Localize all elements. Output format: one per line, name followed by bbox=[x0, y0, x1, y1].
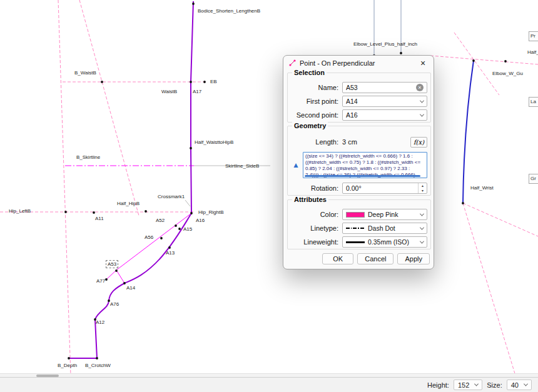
point-label-a15[interactable]: A15 bbox=[183, 226, 192, 232]
second-point-value: A16 bbox=[346, 111, 417, 119]
pattern-app-window: Bodice_Shorten_LengthenBB_WaistBWaistBA1… bbox=[0, 0, 538, 392]
dialog-titlebar[interactable]: Point - On Perpendicular × bbox=[283, 56, 434, 70]
size-label: Size: bbox=[487, 381, 502, 389]
dialog-button-row: OK Cancel Apply bbox=[283, 253, 430, 264]
chevron-down-icon bbox=[474, 382, 479, 386]
dock-tab-la[interactable]: La bbox=[529, 97, 538, 107]
attributes-group: Attributes Color: Deep Pink Linetype: Da… bbox=[287, 199, 431, 249]
point-label-b_depth[interactable]: B_Depth bbox=[58, 363, 77, 368]
point-label-a11[interactable]: A11 bbox=[95, 216, 104, 221]
point-label-elbow_level_plus_half_inch[interactable]: Elbow_Level_Plus_half_inch bbox=[353, 41, 417, 47]
point-label-a76[interactable]: A76 bbox=[110, 301, 119, 307]
point-label-elbow_w_gu[interactable]: Elbow_W_Gu bbox=[492, 71, 523, 76]
point-tool-icon bbox=[289, 59, 296, 66]
dock-tab-pr[interactable]: Pr bbox=[529, 31, 538, 41]
length-value: 3 cm bbox=[342, 138, 410, 146]
geometry-group-title: Geometry bbox=[292, 122, 328, 129]
canvas-label-layer: Bodice_Shorten_LengthenBB_WaistBWaistBA1… bbox=[0, 0, 538, 373]
rotation-label: Rotation: bbox=[291, 184, 342, 192]
selection-group-title: Selection bbox=[292, 69, 327, 76]
point-label-hip_rightb[interactable]: Hip_RightB bbox=[198, 209, 223, 215]
chevron-down-icon bbox=[420, 98, 424, 103]
point-label-b_skirtline[interactable]: B_Skirtline bbox=[76, 154, 100, 160]
point-label-skirtline_sideb[interactable]: Skirtline_SideB bbox=[225, 163, 259, 169]
point-label-a12[interactable]: A12 bbox=[96, 319, 104, 325]
first-point-label: First point: bbox=[291, 98, 342, 105]
point-label-a14[interactable]: A14 bbox=[126, 285, 135, 291]
point-label-half_i[interactable]: Half_I bbox=[527, 49, 538, 55]
expand-formula-icon[interactable]: ▲ bbox=[291, 160, 301, 170]
linetype-value: Dash Dot bbox=[368, 224, 417, 232]
formula-scrollbar[interactable] bbox=[305, 175, 420, 177]
dialog-title: Point - On Perpendicular bbox=[296, 59, 412, 67]
point-label-waistb[interactable]: WaistB bbox=[161, 89, 177, 94]
point-label-a52[interactable]: A52 bbox=[156, 218, 165, 223]
chevron-down-icon bbox=[420, 112, 424, 116]
spinner-buttons: ▴ ▾ bbox=[418, 183, 427, 193]
linetype-label: Linetype: bbox=[291, 224, 342, 232]
lineweight-label: Lineweight: bbox=[291, 238, 342, 246]
name-value: A53 bbox=[346, 84, 413, 91]
color-select[interactable]: Deep Pink bbox=[342, 209, 427, 220]
spin-down-icon[interactable]: ▾ bbox=[419, 188, 427, 193]
status-bar: Height: 152 Size: 40 bbox=[0, 377, 538, 392]
point-label-b_crotchw[interactable]: B_CrotchW bbox=[85, 363, 111, 368]
color-value: Deep Pink bbox=[368, 211, 417, 218]
linetype-select[interactable]: Dash Dot bbox=[342, 223, 427, 234]
apply-button[interactable]: Apply bbox=[397, 253, 430, 264]
chevron-down-icon bbox=[420, 211, 424, 216]
point-label-a16[interactable]: A16 bbox=[196, 218, 205, 223]
formula-editor[interactable]: ((size <= 34) ? ((#stretch_width <= 0.66… bbox=[303, 152, 427, 178]
point-label-a13[interactable]: A13 bbox=[166, 250, 175, 256]
first-point-value: A14 bbox=[346, 98, 417, 105]
point-label-hip_leftb[interactable]: Hip_LeftB bbox=[9, 208, 31, 214]
second-point-label: Second point: bbox=[291, 111, 342, 119]
dash-dot-line-icon bbox=[346, 228, 365, 229]
height-label: Height: bbox=[427, 381, 449, 389]
thick-line-icon bbox=[346, 241, 365, 243]
name-input[interactable]: A53 × bbox=[342, 82, 427, 93]
point-label-a53[interactable]: A53 bbox=[106, 260, 118, 268]
name-label: Name: bbox=[291, 84, 342, 91]
length-label: Length: bbox=[291, 138, 342, 146]
spin-up-icon[interactable]: ▴ bbox=[419, 183, 427, 188]
size-select[interactable]: 40 bbox=[507, 379, 532, 390]
point-label-half_waisttohipb[interactable]: Half_WaisttoHipB bbox=[195, 139, 233, 145]
rotation-spinner[interactable]: 0.00° ▴ ▾ bbox=[342, 183, 427, 194]
selection-group: Selection Name: A53 × First point: A14 S… bbox=[287, 73, 431, 123]
point-label-a56[interactable]: A56 bbox=[145, 234, 153, 240]
point-on-perpendicular-dialog: Point - On Perpendicular × Selection Nam… bbox=[283, 55, 434, 269]
lineweight-select[interactable]: 0.35mm (ISO) bbox=[342, 236, 427, 248]
point-label-b_waistb[interactable]: B_WaistB bbox=[74, 70, 96, 76]
chevron-down-icon bbox=[420, 225, 424, 229]
chevron-down-icon bbox=[524, 382, 528, 386]
lineweight-value: 0.35mm (ISO) bbox=[368, 238, 417, 246]
height-value: 152 bbox=[458, 381, 469, 389]
close-icon[interactable]: × bbox=[412, 56, 434, 70]
geometry-group: Geometry Length: 3 cm f(x) ▲ ((size <= 3… bbox=[287, 126, 431, 196]
cancel-button[interactable]: Cancel bbox=[357, 253, 393, 264]
point-label-half_hipb[interactable]: Half_HipB bbox=[117, 201, 140, 206]
formula-fx-button[interactable]: f(x) bbox=[410, 137, 427, 148]
dock-tab-gr[interactable]: Gr bbox=[529, 174, 538, 184]
attributes-group-title: Attributes bbox=[292, 196, 328, 203]
chevron-down-icon bbox=[420, 239, 424, 243]
point-label-eb[interactable]: EB bbox=[210, 79, 217, 84]
point-label-a77[interactable]: A77 bbox=[96, 278, 105, 284]
size-value: 40 bbox=[511, 381, 519, 389]
color-label: Color: bbox=[291, 211, 342, 218]
point-label-half_wrist[interactable]: Half_Wrist bbox=[470, 185, 494, 191]
first-point-select[interactable]: A14 bbox=[342, 96, 427, 107]
point-label-a17[interactable]: A17 bbox=[193, 89, 201, 94]
height-select[interactable]: 152 bbox=[454, 379, 482, 390]
point-label-bodice_shorten_lengthenb[interactable]: Bodice_Shorten_LengthenB bbox=[198, 8, 260, 14]
color-swatch bbox=[346, 212, 365, 218]
formula-text: ((size <= 34) ? ((#stretch_width <= 0.66… bbox=[305, 153, 420, 178]
point-label-crossmark1[interactable]: Crossmark1 bbox=[158, 194, 185, 199]
rotation-value: 0.00° bbox=[346, 184, 415, 192]
clear-icon[interactable]: × bbox=[416, 84, 424, 91]
ok-button[interactable]: OK bbox=[322, 253, 353, 264]
second-point-select[interactable]: A16 bbox=[342, 109, 427, 121]
